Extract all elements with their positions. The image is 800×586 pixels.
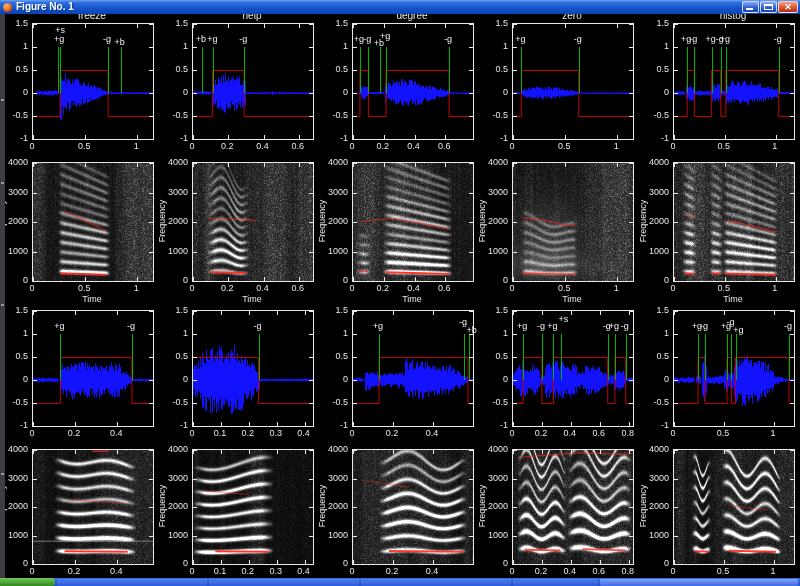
start-button[interactable]: [0, 578, 55, 586]
x-tick-label: 0: [17, 283, 47, 293]
x-tick-label: 0.4: [555, 428, 585, 438]
x-tick-label: 0.6: [584, 566, 614, 576]
y-tick-label: 4000: [312, 444, 348, 454]
x-tick-label: 0.4: [399, 283, 429, 293]
marker-label: +g: [366, 322, 390, 331]
x-tick-label: 0.3: [261, 566, 291, 576]
x-tick-label: 0.2: [233, 428, 263, 438]
marker-label: -g: [119, 322, 143, 331]
y-tick-label: 4000: [312, 157, 348, 167]
x-tick-label: 0.3: [261, 428, 291, 438]
window-title-bar[interactable]: Figure No. 1 ✕: [0, 0, 800, 14]
x-tick-label: 0: [337, 428, 367, 438]
marker-label: -g: [776, 322, 800, 331]
x-tick-label: 1: [121, 141, 151, 151]
window-controls: ✕: [742, 1, 798, 13]
y-tick-label: 0.5: [152, 64, 188, 74]
spectrogram-plot-r2c5[interactable]: [674, 163, 794, 281]
minimize-button[interactable]: [742, 1, 759, 13]
y-tick-label: -0.5: [472, 110, 508, 120]
spectrogram-plot-r4c5[interactable]: [674, 450, 794, 564]
figure-canvas-area: freeze1.510.50-0.5-100.51+s+g-g+bhelp1.5…: [0, 14, 800, 578]
x-tick-label: 0.4: [417, 428, 447, 438]
y-tick-label: -0.5: [312, 397, 348, 407]
x-tick-label: 0.2: [377, 566, 407, 576]
x-axis-label: Time: [512, 294, 632, 304]
y-tick-label: 1: [312, 41, 348, 51]
x-tick-label: 0: [658, 283, 688, 293]
x-tick-label: 0.6: [283, 283, 313, 293]
x-tick-label: 0.5: [709, 283, 739, 293]
x-tick-label: 0.4: [248, 283, 278, 293]
axes-box-r2c5: [673, 162, 795, 282]
x-tick-label: 0.5: [708, 428, 738, 438]
y-tick-label: 0: [152, 374, 188, 384]
y-tick-label: 4000: [633, 444, 669, 454]
spectrogram-plot-r2c1[interactable]: [33, 163, 153, 281]
x-tick-label: 0.2: [368, 141, 398, 151]
x-tick-label: 1: [121, 283, 151, 293]
x-tick-label: 0: [658, 141, 688, 151]
axes-box-r4c1: [32, 449, 154, 565]
marker-label: +g: [200, 35, 224, 44]
y-tick-label: 0: [312, 374, 348, 384]
marker-label: +g: [47, 322, 71, 331]
taskbar-button[interactable]: [57, 579, 207, 586]
marker-label: +s: [551, 315, 575, 324]
close-button[interactable]: ✕: [778, 1, 798, 13]
marker-label: +g: [713, 35, 737, 44]
y-tick-label: 1.5: [633, 305, 669, 315]
x-tick-label: 0.6: [584, 428, 614, 438]
y-tick-label: 0.5: [312, 64, 348, 74]
spectrogram-plot-r4c1[interactable]: [33, 450, 153, 564]
spectrogram-plot-r4c4[interactable]: [513, 450, 633, 564]
taskbar-button[interactable]: [209, 579, 359, 586]
x-tick-label: 0: [337, 566, 367, 576]
x-tick-label: 0.5: [69, 283, 99, 293]
x-tick-label: 1: [760, 283, 790, 293]
spectrogram-plot-r2c2[interactable]: [193, 163, 313, 281]
spectrogram-plot-r2c3[interactable]: [353, 163, 473, 281]
spectrogram-plot-r4c3[interactable]: [353, 450, 473, 564]
taskbar-button[interactable]: [513, 579, 598, 586]
y-axis-label: Frequency: [157, 186, 167, 256]
y-axis-label: Frequency: [638, 186, 648, 256]
spectrogram-plot-r4c2[interactable]: [193, 450, 313, 564]
x-tick-label: 1: [758, 566, 788, 576]
spectrogram-plot-r2c4[interactable]: [513, 163, 633, 281]
x-axis-label: Time: [352, 294, 472, 304]
taskbar-button[interactable]: [361, 579, 511, 586]
x-tick-label: 0.5: [549, 283, 579, 293]
y-tick-label: 0: [633, 374, 669, 384]
x-tick-label: 0.6: [429, 141, 459, 151]
marker-label: -g: [766, 35, 790, 44]
x-tick-label: 0: [177, 566, 207, 576]
marker-label: +b: [108, 38, 132, 47]
y-tick-label: 4000: [472, 157, 508, 167]
maximize-icon: [764, 4, 773, 10]
axes-box-r2c3: [352, 162, 474, 282]
x-tick-label: 0: [177, 428, 207, 438]
y-tick-label: 1: [472, 328, 508, 338]
y-tick-label: 0: [472, 87, 508, 97]
x-tick-label: 0.5: [709, 141, 739, 151]
x-tick-label: 0.5: [549, 141, 579, 151]
y-tick-label: -0.5: [633, 397, 669, 407]
minimize-icon: [746, 8, 753, 10]
y-tick-label: 0: [152, 87, 188, 97]
marker-label: -g: [246, 322, 270, 331]
taskbar: [0, 578, 800, 586]
maximize-button[interactable]: [760, 1, 777, 13]
x-tick-label: 0.2: [526, 428, 556, 438]
matlab-figure-icon: [3, 3, 12, 12]
y-tick-label: 0: [472, 374, 508, 384]
marker-label: -g: [566, 35, 590, 44]
taskbar-button-active[interactable]: [600, 579, 798, 586]
y-tick-label: 1.5: [152, 305, 188, 315]
y-tick-label: 1.5: [312, 305, 348, 315]
x-tick-label: 0: [497, 566, 527, 576]
y-tick-label: 0.5: [633, 351, 669, 361]
x-tick-label: 0.2: [368, 283, 398, 293]
x-tick-label: 0: [177, 141, 207, 151]
axes-box-r4c3: [352, 449, 474, 565]
